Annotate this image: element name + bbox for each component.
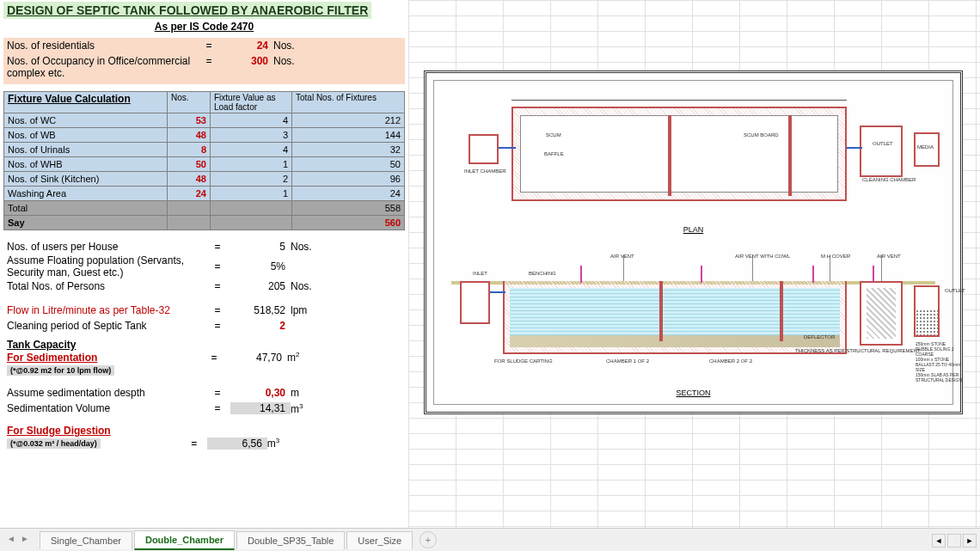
label: Nos. of residentials [7, 40, 196, 52]
plan-view: INLET CHAMBER SCUM BAFFLE SCUM BOARD OUT… [451, 91, 935, 220]
calc-sed-volume: Sedimentation Volume = 14,31 m3 [3, 401, 405, 416]
tab-prev-icon[interactable]: ◄ [5, 534, 17, 546]
fixture-table: Fixture Value Calculation Nos. Fixture V… [3, 91, 405, 230]
section-view: INLET BENCHING AIR VENT AIR VENT WITH CO… [451, 255, 935, 380]
calculation-panel: DESIGN OF SEPTIC TANK FOLLOWED BY ANAERO… [0, 0, 408, 528]
subtitle: As per IS Code 2470 [3, 21, 405, 33]
calc-users-per-house: Nos. of users per House = 5 Nos. [3, 239, 405, 254]
scroll-right-icon[interactable]: ► [963, 534, 977, 548]
calc-sed-depth: Assume sedimentation despth = 0,30 m [3, 385, 405, 401]
tab-single-chamber[interactable]: Single_Chamber [40, 531, 132, 549]
scroll-left-icon[interactable]: ◄ [932, 534, 946, 548]
unit: Nos. [273, 40, 316, 52]
table-row: Washing Area24124 [4, 187, 405, 201]
label: Nos. of Occupancy in Office/commercial c… [7, 55, 196, 79]
sedimentation-header: For Sedimentation [3, 352, 201, 364]
drawing-panel: INLET CHAMBER SCUM BAFFLE SCUM BOARD OUT… [408, 0, 980, 528]
table-row: Nos. of Urinals8432 [4, 143, 405, 157]
table-row: Nos. of WHB50150 [4, 157, 405, 172]
sedimentation-note: (*@0.92 m2 for 10 lpm flow) [7, 365, 114, 376]
calc-total-persons: Total Nos. of Persons = 205 Nos. [3, 279, 405, 294]
plan-label: PLAN [683, 225, 704, 234]
page-title: DESIGN OF SEPTIC TANK FOLLOWED BY ANAERO… [3, 2, 371, 19]
input-row-occupancy: Nos. of Occupancy in Office/commercial c… [3, 53, 405, 84]
calc-cleaning: Cleaning period of Septic Tank = 2 [3, 318, 405, 334]
section-label: SECTION [676, 389, 710, 397]
total-row: Total558 [4, 201, 405, 216]
drawing-frame: INLET CHAMBER SCUM BAFFLE SCUM BOARD OUT… [424, 70, 963, 414]
table-row: Nos. of WB483144 [4, 128, 405, 143]
tab-double-sp35[interactable]: Double_SP35_Table [236, 531, 345, 549]
tab-next-icon[interactable]: ► [19, 534, 31, 546]
calc-flow: Flow in Litre/minute as per Table-32 = 5… [3, 303, 405, 318]
tab-user-size[interactable]: User_Size [346, 531, 413, 549]
say-row: Say560 [4, 216, 405, 230]
sheet-tab-bar: ◄ ► Single_Chamber Double_Chamber Double… [0, 528, 980, 551]
tab-nav: ◄ ► [5, 534, 31, 546]
sludge-header: For Sludge Digestion [3, 425, 405, 437]
unit: Nos. [273, 55, 316, 67]
sludge-note: (*@0.032 m³ / head/day) [7, 438, 101, 449]
value[interactable]: 300 [222, 55, 273, 67]
tank-capacity-header: Tank Capacity [3, 339, 405, 351]
add-sheet-button[interactable]: + [420, 531, 437, 548]
calc-floating: Assume Floating population (Servants, Se… [3, 254, 405, 279]
table-row: Nos. of WC534212 [4, 113, 405, 128]
table-row: Nos. of Sink (Kitchen)48296 [4, 172, 405, 187]
scroll-track[interactable] [947, 534, 961, 548]
value[interactable]: 24 [222, 40, 273, 52]
input-row-residentials: Nos. of residentials = 24 Nos. [3, 38, 405, 53]
fixture-header: Fixture Value Calculation [4, 92, 168, 113]
tab-double-chamber[interactable]: Double_Chamber [134, 530, 235, 550]
